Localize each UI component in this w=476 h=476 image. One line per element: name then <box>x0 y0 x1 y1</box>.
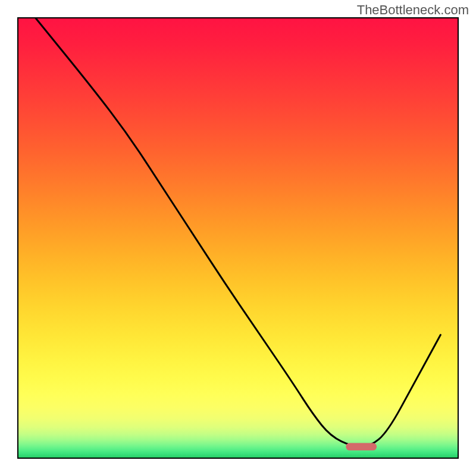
optimal-range-marker <box>346 443 377 451</box>
watermark-text: TheBottleneck.com <box>357 2 469 18</box>
chart-svg <box>0 0 476 476</box>
chart-container: TheBottleneck.com <box>0 0 476 476</box>
chart-background <box>18 18 458 458</box>
